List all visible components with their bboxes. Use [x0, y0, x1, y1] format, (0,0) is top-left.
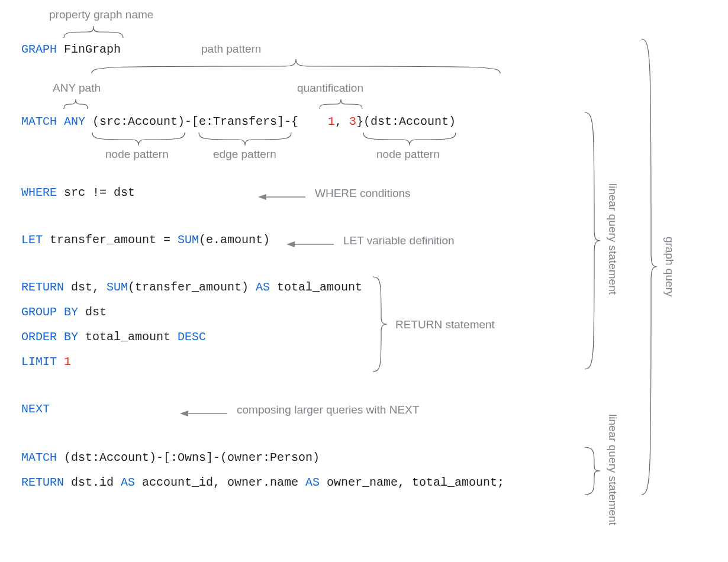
- arrow-next: [180, 409, 227, 418]
- match-num-3: 3: [349, 115, 356, 129]
- return-body-1: dst,: [71, 280, 107, 295]
- brace-linear-query-1: [584, 112, 601, 369]
- label-quantification: quantification: [297, 82, 363, 95]
- return-body-3: total_amount: [270, 280, 362, 295]
- kw-where: WHERE: [21, 186, 57, 200]
- kw-order-by: ORDER BY: [21, 330, 78, 344]
- kw-sum-2: SUM: [107, 280, 128, 295]
- brace-quantification: [320, 97, 362, 110]
- kw-next: NEXT: [21, 402, 50, 416]
- label-return-statement: RETURN statement: [395, 318, 495, 331]
- label-where: WHERE conditions: [315, 187, 411, 200]
- label-node-pattern-1: node pattern: [105, 148, 169, 161]
- svg-marker-1: [258, 194, 266, 200]
- kw-as-1: AS: [256, 280, 270, 295]
- kw-return-2: RETURN: [21, 476, 64, 490]
- match-pattern-1: (src:Account)-[e:Transfers]-{: [92, 115, 298, 129]
- brace-any-path: [64, 97, 88, 110]
- return2-body-2: account_id, owner.name: [135, 476, 305, 490]
- let-body-1: transfer_amount =: [50, 233, 178, 247]
- label-graph-query: graph query: [663, 237, 676, 296]
- kw-match-2: MATCH: [21, 451, 57, 465]
- group-by-body: dst: [85, 305, 107, 319]
- label-composing-next: composing larger queries with NEXT: [237, 403, 419, 416]
- brace-path-pattern: [92, 58, 500, 75]
- match-comma: ,: [335, 115, 349, 129]
- brace-linear-query-2: [584, 447, 601, 495]
- kw-match: MATCH: [21, 115, 57, 129]
- brace-edge-pattern: [199, 131, 291, 147]
- return-body-2: (transfer_amount): [128, 280, 256, 295]
- label-node-pattern-2: node pattern: [376, 148, 440, 161]
- match2-body: (dst:Account)-[:Owns]-(owner:Person): [64, 451, 320, 465]
- label-linear-query-1: linear query statement: [606, 183, 619, 295]
- limit-val: 1: [64, 355, 71, 369]
- kw-graph: GRAPH: [21, 43, 57, 57]
- kw-limit: LIMIT: [21, 355, 57, 369]
- kw-any: ANY: [64, 115, 85, 129]
- arrow-where: [258, 193, 305, 201]
- brace-node-pattern-1: [92, 131, 185, 147]
- kw-return-1: RETURN: [21, 280, 64, 295]
- kw-sum-1: SUM: [178, 233, 199, 247]
- kw-desc: DESC: [178, 330, 206, 344]
- order-by-body: total_amount: [85, 330, 178, 344]
- graph-name: FinGraph: [64, 43, 121, 57]
- svg-marker-5: [180, 411, 188, 416]
- return2-body-3: owner_name, total_amount;: [320, 476, 504, 490]
- kw-let: LET: [21, 233, 43, 247]
- svg-marker-3: [286, 241, 295, 247]
- label-edge-pattern: edge pattern: [213, 148, 276, 161]
- brace-property-graph-name: [64, 24, 123, 39]
- return2-body-1: dst.id: [71, 476, 121, 490]
- brace-return-statement: [372, 277, 388, 372]
- brace-graph-query: [640, 39, 658, 495]
- label-linear-query-2: linear query statement: [606, 414, 619, 525]
- kw-as-2: AS: [121, 476, 135, 490]
- match-num-1: 1: [328, 115, 335, 129]
- kw-as-3: AS: [305, 476, 320, 490]
- where-body: src != dst: [64, 186, 135, 200]
- arrow-let: [286, 240, 334, 248]
- brace-node-pattern-2: [363, 131, 456, 147]
- kw-group-by: GROUP BY: [21, 305, 78, 319]
- let-body-2: (e.amount): [199, 233, 270, 247]
- label-let: LET variable definition: [343, 234, 455, 247]
- label-any-path: ANY path: [53, 82, 101, 95]
- label-path-pattern: path pattern: [201, 43, 261, 56]
- label-property-graph-name: property graph name: [49, 8, 153, 21]
- match-pattern-2: }(dst:Account): [356, 115, 456, 129]
